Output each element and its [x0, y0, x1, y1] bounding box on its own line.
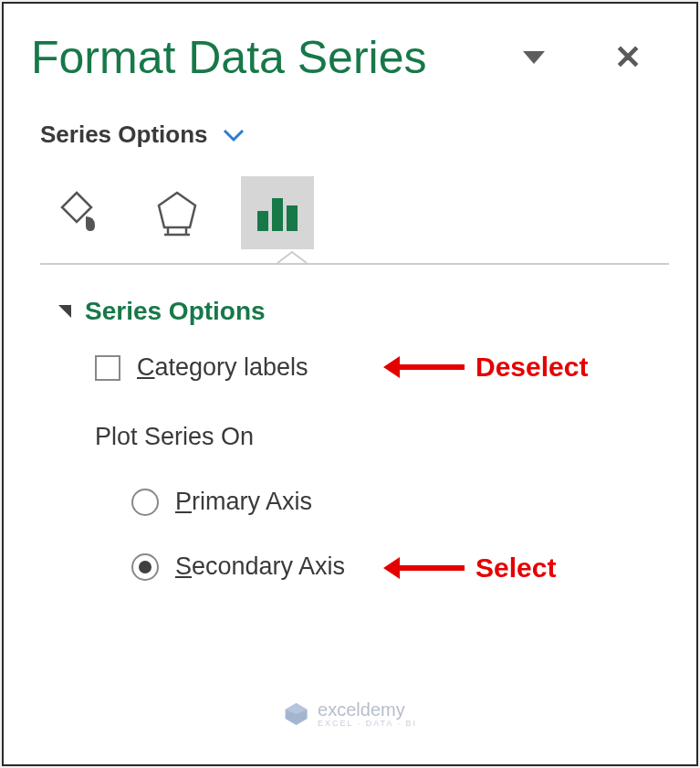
watermark: exceldemy EXCEL · DATA · BI — [283, 700, 417, 728]
annotation-deselect: Deselect — [396, 352, 588, 383]
collapse-triangle-icon — [58, 305, 71, 318]
svg-rect-6 — [287, 205, 298, 231]
section-title: Series Options — [85, 297, 266, 326]
watermark-text-block: exceldemy EXCEL · DATA · BI — [318, 700, 417, 728]
format-data-series-panel: Format Data Series ✕ Series Options — [4, 4, 696, 581]
pentagon-icon — [155, 189, 199, 237]
primary-axis-row: Primary Axis — [58, 488, 678, 516]
category-labels-row: Category labels Deselect — [58, 353, 678, 382]
primary-axis-label: Primary Axis — [175, 488, 312, 516]
svg-rect-5 — [272, 198, 283, 231]
arrow-left-icon — [396, 565, 465, 571]
paint-bucket-icon — [51, 187, 102, 238]
series-options-section: Series Options Category labels Deselect … — [31, 297, 678, 581]
tab-fill[interactable] — [40, 176, 113, 249]
watermark-subtitle: EXCEL · DATA · BI — [318, 719, 417, 728]
secondary-axis-label: Secondary Axis — [175, 552, 345, 581]
bar-chart-icon — [254, 193, 301, 233]
panel-title: Format Data Series — [31, 31, 426, 84]
tab-divider — [40, 263, 669, 265]
chevron-down-icon — [222, 128, 246, 142]
panel-dropdown-icon[interactable] — [523, 51, 545, 64]
watermark-logo-icon — [283, 701, 308, 727]
tab-series-options[interactable] — [241, 176, 314, 249]
watermark-name: exceldemy — [318, 700, 405, 720]
tabs-row — [31, 176, 678, 249]
close-button[interactable]: ✕ — [605, 38, 651, 77]
primary-axis-radio[interactable] — [131, 489, 159, 516]
arrow-left-icon — [396, 364, 465, 370]
annotation-select: Select — [396, 552, 556, 584]
series-selector[interactable]: Series Options — [31, 121, 678, 149]
svg-rect-4 — [257, 211, 268, 231]
series-selector-label: Series Options — [40, 121, 208, 149]
tab-active-pointer-icon — [276, 250, 308, 265]
category-labels-checkbox[interactable] — [95, 355, 120, 381]
secondary-axis-radio[interactable] — [131, 553, 159, 581]
category-labels-label: Category labels — [137, 353, 308, 382]
secondary-axis-row: Secondary Axis Select — [58, 552, 678, 581]
annotation-deselect-text: Deselect — [475, 352, 588, 383]
tab-effects[interactable] — [141, 176, 214, 249]
section-header[interactable]: Series Options — [58, 297, 678, 326]
svg-marker-0 — [159, 193, 195, 227]
annotation-select-text: Select — [475, 552, 556, 584]
panel-header: Format Data Series ✕ — [31, 31, 678, 84]
plot-series-on-label: Plot Series On — [58, 423, 678, 451]
